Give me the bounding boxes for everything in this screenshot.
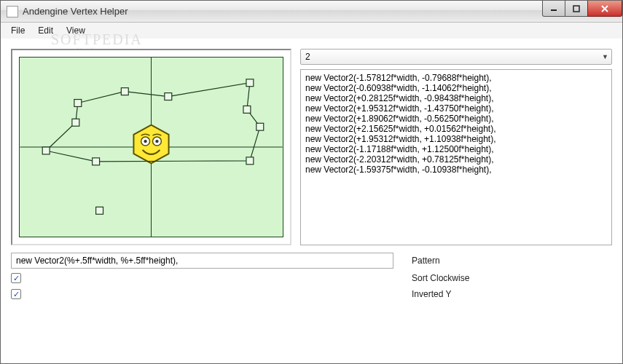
maximize-button[interactable]	[565, 1, 588, 17]
window-controls	[543, 1, 622, 17]
svg-point-9	[144, 140, 146, 143]
svg-rect-16	[243, 106, 251, 113]
menu-view[interactable]: View	[60, 24, 91, 37]
svg-rect-14	[165, 93, 172, 100]
svg-rect-12	[74, 100, 82, 107]
menubar: File Edit View	[1, 23, 622, 39]
dropdown-value: 2	[305, 52, 310, 62]
close-button[interactable]	[587, 1, 622, 17]
svg-rect-15	[246, 79, 254, 87]
sort-clockwise-label: Sort Clockwise	[412, 273, 612, 283]
svg-rect-17	[256, 123, 264, 130]
svg-rect-21	[72, 119, 79, 126]
svg-rect-1	[573, 6, 579, 12]
svg-rect-18	[246, 157, 254, 165]
sort-clockwise-checkbox[interactable]: ✓	[11, 273, 21, 283]
minimize-button[interactable]	[542, 1, 565, 17]
canvas-pane[interactable]	[11, 49, 291, 245]
inverted-y-label: Inverted Y	[412, 289, 612, 299]
vectors-output[interactable]: new Vector2(-1.57812f*width, -0.79688f*h…	[300, 69, 612, 245]
pattern-input[interactable]	[11, 253, 393, 269]
menu-file[interactable]: File	[5, 24, 31, 37]
vertex-count-dropdown[interactable]: 2 ▼	[300, 49, 612, 65]
canvas[interactable]	[19, 57, 283, 237]
svg-rect-13	[121, 88, 128, 95]
svg-rect-19	[93, 158, 100, 165]
chevron-down-icon: ▼	[602, 53, 608, 60]
window-title: Andengine Vertex Helper	[23, 6, 128, 17]
menu-edit[interactable]: Edit	[32, 24, 59, 37]
svg-rect-22	[96, 207, 103, 214]
app-icon	[7, 6, 18, 17]
svg-marker-6	[133, 125, 168, 164]
pattern-label: Pattern	[412, 256, 612, 266]
inverted-y-checkbox[interactable]: ✓	[11, 289, 21, 299]
titlebar: Andengine Vertex Helper	[1, 1, 622, 23]
svg-point-10	[155, 140, 158, 143]
svg-rect-20	[42, 147, 50, 154]
